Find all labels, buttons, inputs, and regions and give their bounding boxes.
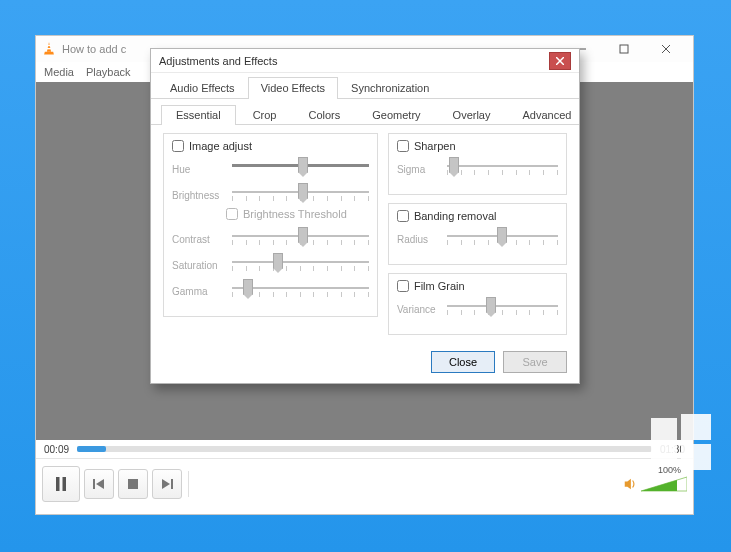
save-button[interactable]: Save	[503, 351, 567, 373]
radius-label: Radius	[397, 234, 441, 245]
seek-slider[interactable]	[77, 446, 652, 452]
tab-video-effects[interactable]: Video Effects	[248, 77, 338, 99]
brightness-threshold-checkbox[interactable]: Brightness Threshold	[226, 208, 369, 220]
tab-essential[interactable]: Essential	[161, 105, 236, 125]
tab-audio-effects[interactable]: Audio Effects	[157, 77, 248, 98]
hue-label: Hue	[172, 164, 226, 175]
image-adjust-group: Image adjust Hue Brightness Brightness T…	[163, 133, 378, 317]
svg-rect-10	[171, 479, 173, 489]
sharpen-checkbox[interactable]: Sharpen	[397, 140, 558, 152]
contrast-label: Contrast	[172, 234, 226, 245]
saturation-slider[interactable]	[232, 254, 369, 276]
tab-crop[interactable]: Crop	[238, 105, 292, 124]
tab-advanced[interactable]: Advanced	[507, 105, 586, 124]
svg-rect-9	[128, 479, 138, 489]
dialog-title: Adjustments and Effects	[159, 55, 549, 67]
gamma-label: Gamma	[172, 286, 226, 297]
svg-rect-6	[56, 477, 60, 491]
svg-rect-3	[620, 45, 628, 53]
variance-label: Variance	[397, 304, 441, 315]
hue-slider[interactable]	[232, 158, 369, 180]
tab-overlay[interactable]: Overlay	[438, 105, 506, 124]
film-grain-checkbox[interactable]: Film Grain	[397, 280, 558, 292]
stop-button[interactable]	[118, 469, 148, 499]
svg-rect-8	[93, 479, 95, 489]
menu-playback[interactable]: Playback	[86, 66, 131, 78]
volume-slider[interactable]: 100%	[641, 475, 687, 493]
saturation-label: Saturation	[172, 260, 226, 271]
next-button[interactable]	[152, 469, 182, 499]
sharpen-group: Sharpen Sigma	[388, 133, 567, 195]
banding-removal-checkbox[interactable]: Banding removal	[397, 210, 558, 222]
svg-rect-1	[47, 48, 51, 49]
svg-rect-13	[651, 418, 677, 440]
menu-media[interactable]: Media	[44, 66, 74, 78]
svg-rect-7	[63, 477, 67, 491]
dialog-footer: Close Save	[151, 343, 579, 383]
close-window-button[interactable]	[645, 36, 687, 62]
time-current: 00:09	[44, 444, 69, 455]
svg-rect-14	[681, 414, 711, 440]
svg-rect-16	[681, 444, 711, 470]
radius-slider[interactable]	[447, 228, 558, 250]
sigma-slider[interactable]	[447, 158, 558, 180]
film-grain-group: Film Grain Variance	[388, 273, 567, 335]
speaker-icon	[623, 477, 637, 491]
brightness-label: Brightness	[172, 190, 226, 201]
svg-rect-15	[651, 444, 677, 466]
close-icon[interactable]	[549, 52, 571, 70]
gamma-slider[interactable]	[232, 280, 369, 302]
svg-rect-0	[47, 45, 51, 46]
pause-button[interactable]	[42, 466, 80, 502]
secondary-tabs: Essential Crop Colors Geometry Overlay A…	[151, 99, 579, 125]
variance-slider[interactable]	[447, 298, 558, 320]
brightness-slider[interactable]	[232, 184, 369, 206]
volume-control[interactable]: 100%	[623, 475, 687, 493]
tab-synchronization[interactable]: Synchronization	[338, 77, 442, 98]
controls-bar: 100%	[36, 458, 693, 508]
banding-removal-group: Banding removal Radius	[388, 203, 567, 265]
image-adjust-checkbox[interactable]: Image adjust	[172, 140, 369, 152]
close-button[interactable]: Close	[431, 351, 495, 373]
contrast-slider[interactable]	[232, 228, 369, 250]
time-bar: 00:09 01:30	[36, 440, 693, 458]
windows-logo-icon	[651, 412, 711, 472]
maximize-button[interactable]	[603, 36, 645, 62]
dialog-titlebar: Adjustments and Effects	[151, 49, 579, 73]
previous-button[interactable]	[84, 469, 114, 499]
primary-tabs: Audio Effects Video Effects Synchronizat…	[151, 73, 579, 99]
tab-geometry[interactable]: Geometry	[357, 105, 435, 124]
tab-colors[interactable]: Colors	[293, 105, 355, 124]
adjustments-dialog: Adjustments and Effects Audio Effects Vi…	[150, 48, 580, 384]
sigma-label: Sigma	[397, 164, 441, 175]
vlc-cone-icon	[42, 42, 56, 56]
